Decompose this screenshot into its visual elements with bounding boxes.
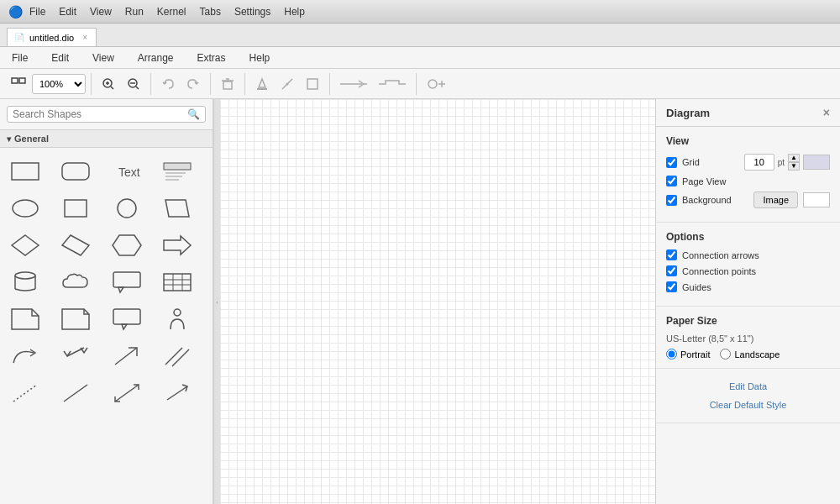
panel-connection-arrows-row: Connection arrows [666,249,830,260]
connection-arrows-checkbox[interactable] [666,249,677,260]
pageview-checkbox[interactable] [666,176,677,186]
os-menu-run[interactable]: Run [125,6,144,18]
app-menu-file[interactable]: File [7,50,33,66]
toolbar-connection-group [335,73,417,95]
redo-button[interactable] [181,73,205,95]
shape-table[interactable] [159,265,196,299]
panel-close-button[interactable]: × [823,106,830,119]
os-menu-help[interactable]: Help [284,6,305,18]
view-mode-button[interactable] [7,73,30,95]
background-checkbox[interactable] [666,195,677,206]
app-menu-arrange[interactable]: Arrange [133,50,179,66]
shape-chat-bubble[interactable] [108,302,145,336]
svg-text:Text: Text [118,165,140,179]
panel-pageview-row: Page View [666,176,830,186]
shape-text[interactable]: Text [108,155,145,188]
shape-diagonal-lines[interactable] [159,339,196,373]
search-input[interactable] [13,108,187,120]
shape-line[interactable] [57,376,94,410]
guides-checkbox[interactable] [666,281,677,292]
delete-button[interactable] [216,73,239,95]
clear-default-style-link[interactable]: Clear Default Style [666,396,830,414]
shape-ellipse[interactable] [7,192,44,225]
svg-marker-35 [164,236,191,255]
shape-arrow-upright[interactable] [108,339,145,373]
svg-rect-41 [164,274,191,291]
svg-marker-34 [113,235,141,255]
shape-arrow-diagonal[interactable] [159,376,196,410]
section-label-general: General [14,134,49,144]
panel-view-title: View [666,135,830,147]
svg-rect-22 [62,163,89,180]
tab-title: untitled.dio [29,33,74,43]
shape-double-arrow[interactable] [57,339,94,373]
zoom-in-button[interactable] [97,73,120,95]
shape-diamond[interactable] [7,228,44,262]
svg-rect-48 [113,309,140,324]
shape-heading[interactable] [159,155,196,188]
shape-bidirectional-line[interactable] [108,376,145,410]
shape-callout[interactable] [108,265,145,299]
sidebar-resize-handle[interactable]: ··· [213,99,220,504]
grid-stepper: ▲ ▼ [788,154,800,171]
shape-square[interactable] [57,192,94,225]
grid-checkbox[interactable] [666,157,677,168]
add-shape-button[interactable] [422,73,452,95]
grid-decrement-button[interactable]: ▼ [788,162,800,171]
os-menu-settings[interactable]: Settings [234,6,270,18]
zoom-select[interactable]: 100% [32,74,86,94]
tab-untitled[interactable]: 📄 untitled.dio × [7,28,97,46]
app-menu-view[interactable]: View [87,50,119,66]
background-color-swatch[interactable] [803,192,830,207]
grid-color-swatch[interactable] [803,155,830,170]
svg-line-5 [111,87,113,89]
landscape-label[interactable]: Landscape [720,349,780,360]
shape-rhombus[interactable] [57,228,94,262]
shape-hexagon[interactable] [108,228,145,262]
app-menu-help[interactable]: Help [244,50,276,66]
shape-parallelogram[interactable] [159,192,196,225]
canvas-area[interactable]: ↖ [220,99,655,504]
fill-color-button[interactable] [250,73,274,95]
svg-line-56 [64,385,87,402]
shape-cloud[interactable] [57,265,94,299]
os-titlebar: 🔵 File Edit View Run Kernel Tabs Setting… [0,0,840,24]
connection-points-checkbox[interactable] [666,265,677,276]
background-label: Background [682,195,748,205]
shape-rounded-rectangle[interactable] [57,155,94,188]
background-image-button[interactable]: Image [753,192,798,208]
zoom-out-button[interactable] [122,73,145,95]
grid-increment-button[interactable]: ▲ [788,154,800,162]
edit-data-link[interactable]: Edit Data [666,377,830,396]
os-menu-view[interactable]: View [90,6,112,18]
undo-button[interactable] [156,73,180,95]
app-menu-edit[interactable]: Edit [46,50,74,66]
waypoint-style-button[interactable] [374,73,411,95]
app-menu-extras[interactable]: Extras [192,50,231,66]
shape-arrow-right[interactable] [159,228,196,262]
os-menu-edit[interactable]: Edit [59,6,76,18]
shape-cylinder[interactable] [7,265,44,299]
os-menu-kernel[interactable]: Kernel [157,6,186,18]
portrait-radio[interactable] [666,349,677,360]
shape-curved-arrow[interactable] [7,339,44,373]
line-color-button[interactable] [276,73,299,95]
section-header-general[interactable]: ▾ General [0,130,213,148]
connection-style-button[interactable] [335,73,372,95]
shape-person[interactable] [159,302,196,336]
tab-close-button[interactable]: × [82,33,87,42]
portrait-label[interactable]: Portrait [666,349,710,360]
shape-dotted-line[interactable] [7,376,44,410]
shape-document[interactable] [57,302,94,336]
shape-circle[interactable] [108,192,145,225]
landscape-radio[interactable] [720,349,731,360]
right-panel: Diagram × View Grid pt ▲ ▼ [655,99,840,504]
os-menu-tabs[interactable]: Tabs [200,6,221,18]
shape-style-button[interactable] [301,73,324,95]
shape-note[interactable] [7,302,44,336]
grid-value-input[interactable] [744,154,774,171]
os-menu-file[interactable]: File [29,6,45,18]
guides-label: Guides [682,282,830,292]
panel-guides-row: Guides [666,281,830,292]
shape-rectangle[interactable] [7,155,44,188]
